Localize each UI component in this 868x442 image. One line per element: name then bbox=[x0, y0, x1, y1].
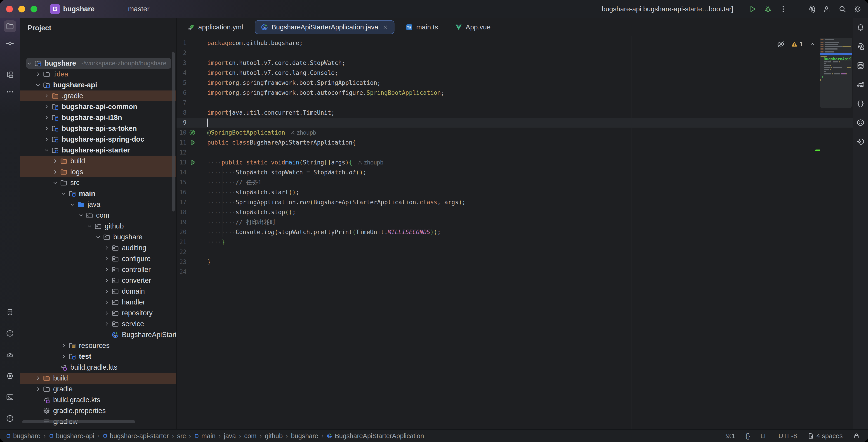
collapse-chevron-icon[interactable] bbox=[52, 179, 59, 186]
tree-row-.gradle[interactable]: .gradle bbox=[20, 90, 176, 101]
code-line-9[interactable]: 9 bbox=[177, 118, 852, 127]
device-button[interactable] bbox=[4, 328, 16, 339]
collapse-chevron-icon[interactable] bbox=[78, 212, 84, 219]
close-window-button[interactable] bbox=[6, 6, 13, 12]
breadcrumb-item-BugshareApiStarterApplication[interactable]: BugshareApiStarterApplication bbox=[327, 432, 424, 440]
gradle-tool-button[interactable] bbox=[856, 80, 865, 90]
terminal-tool-button[interactable] bbox=[4, 391, 16, 403]
expand-chevron-icon[interactable] bbox=[43, 136, 50, 143]
run-button[interactable] bbox=[748, 5, 757, 13]
run-gutter-icon[interactable] bbox=[189, 139, 196, 146]
breadcrumb-item-bugshare-api-starter[interactable]: bugshare-api-starter bbox=[103, 432, 169, 440]
expand-chevron-icon[interactable] bbox=[60, 353, 67, 360]
code-line-24[interactable]: 24 bbox=[177, 267, 852, 277]
tree-row-gradle.properties[interactable]: gradle.properties bbox=[20, 405, 176, 416]
ai-assistant-tool-button[interactable] bbox=[856, 42, 865, 52]
expand-chevron-icon[interactable] bbox=[103, 310, 110, 317]
project-tool-button[interactable] bbox=[4, 20, 16, 32]
spring-bean-gutter-icon[interactable] bbox=[189, 129, 196, 136]
tree-row-domain[interactable]: domain bbox=[20, 286, 176, 297]
commit-tool-button[interactable] bbox=[4, 37, 16, 49]
ai-assistant-button[interactable] bbox=[807, 5, 816, 13]
code-line-22[interactable]: 22 bbox=[177, 247, 852, 257]
tree-row-handler[interactable]: handler bbox=[20, 297, 176, 307]
code-line-13[interactable]: 13····public static void main(String[] a… bbox=[177, 157, 852, 167]
code-line-11[interactable]: 11public class BugshareApiStarterApplica… bbox=[177, 138, 852, 147]
expand-chevron-icon[interactable] bbox=[103, 277, 110, 284]
code-line-12[interactable]: 12 bbox=[177, 147, 852, 157]
tree-row-java[interactable]: java bbox=[20, 199, 176, 210]
tree-row-service[interactable]: service bbox=[20, 319, 176, 329]
run-dashboard-tool-button[interactable] bbox=[856, 137, 865, 147]
expand-chevron-icon[interactable] bbox=[52, 158, 59, 165]
author-inlay-hint[interactable]: zhoupb bbox=[358, 159, 383, 166]
settings-button[interactable] bbox=[854, 5, 862, 13]
tree-row-.idea[interactable]: .idea bbox=[20, 69, 176, 80]
debug-button[interactable] bbox=[764, 5, 772, 13]
tree-row-build[interactable]: build bbox=[20, 373, 176, 384]
code-line-14[interactable]: 14········StopWatch stopWatch = StopWatc… bbox=[177, 167, 852, 177]
tree-row-com[interactable]: com bbox=[20, 210, 176, 221]
bookmarks-tool-button[interactable] bbox=[4, 306, 16, 318]
tree-row-bugshare-api-sa-token[interactable]: bugshare-api-sa-token bbox=[20, 123, 176, 134]
run-configuration-selector[interactable]: bugshare-api:bugshare-api-starte…bootJar… bbox=[590, 5, 742, 13]
run-gutter-icon[interactable] bbox=[189, 159, 196, 166]
code-line-21[interactable]: 21····} bbox=[177, 237, 852, 247]
code-line-1[interactable]: 1package com.github.bugshare; bbox=[177, 38, 852, 48]
collapse-chevron-icon[interactable] bbox=[60, 190, 67, 197]
code-editor[interactable]: 1package com.github.bugshare;23import cn… bbox=[177, 36, 852, 430]
collapse-chevron-icon[interactable] bbox=[69, 201, 76, 208]
profiler-tool-button[interactable] bbox=[4, 349, 16, 360]
project-vertical-scrollbar[interactable] bbox=[172, 52, 175, 211]
code-line-20[interactable]: 20········Console.log(stopWatch.prettyPr… bbox=[177, 227, 852, 237]
tree-row-build.gradle.kts[interactable]: build.gradle.kts bbox=[20, 394, 176, 405]
project-horizontal-scrollbar[interactable] bbox=[22, 420, 135, 423]
indent[interactable]: 4 spaces bbox=[807, 432, 843, 440]
expand-chevron-icon[interactable] bbox=[35, 375, 41, 382]
expand-chevron-icon[interactable] bbox=[103, 244, 110, 251]
code-line-10[interactable]: 10@SpringBootApplicationzhoupb bbox=[177, 127, 852, 138]
expand-chevron-icon[interactable] bbox=[43, 125, 50, 132]
tree-row-main[interactable]: main bbox=[20, 188, 176, 199]
tree-row-repository[interactable]: repository bbox=[20, 307, 176, 319]
tab-application.yml[interactable]: application.yml bbox=[182, 20, 249, 34]
minimize-window-button[interactable] bbox=[18, 6, 25, 12]
notifications-button[interactable] bbox=[856, 23, 865, 33]
collapse-chevron-icon[interactable] bbox=[95, 234, 101, 240]
author-inlay-hint[interactable]: zhoupb bbox=[290, 129, 316, 136]
tree-row-bugshare-api-common[interactable]: bugshare-api-common bbox=[20, 101, 176, 112]
branch-selector[interactable]: master bbox=[118, 5, 158, 13]
breadcrumb-item-github[interactable]: github bbox=[265, 432, 283, 440]
breadcrumb-item-src[interactable]: src bbox=[177, 432, 186, 440]
tree-row-bugshare-api-i18n[interactable]: bugshare-api-i18n bbox=[20, 112, 176, 123]
tree-row-auditing[interactable]: auditing bbox=[20, 242, 176, 253]
highlighting-off-eye-icon[interactable] bbox=[776, 40, 785, 49]
maximize-window-button[interactable] bbox=[31, 6, 37, 12]
tree-row-logs[interactable]: logs bbox=[20, 167, 176, 177]
code-line-18[interactable]: 18········stopWatch.stop(); bbox=[177, 207, 852, 217]
project-panel-header[interactable]: Project bbox=[20, 18, 176, 38]
tree-row-src[interactable]: src bbox=[20, 177, 176, 188]
breadcrumb-item-main[interactable]: main bbox=[194, 432, 216, 440]
tab-BugshareApiStarterApplication.java[interactable]: BugshareApiStarterApplication.java bbox=[255, 20, 395, 34]
device-tool-button[interactable] bbox=[856, 118, 865, 128]
expand-chevron-icon[interactable] bbox=[43, 92, 50, 99]
more-tools-button[interactable] bbox=[4, 86, 16, 98]
tree-row-controller[interactable]: controller bbox=[20, 264, 176, 275]
encoding[interactable]: UTF-8 bbox=[778, 432, 797, 440]
search-everywhere-button[interactable] bbox=[838, 5, 847, 13]
collapse-chevron-icon[interactable] bbox=[43, 147, 50, 154]
expand-chevron-icon[interactable] bbox=[35, 71, 41, 78]
collapse-chevron-icon[interactable] bbox=[86, 223, 93, 230]
collapse-chevron-icon[interactable] bbox=[26, 60, 33, 67]
code-line-17[interactable]: 17········SpringApplication.run(Bugshare… bbox=[177, 197, 852, 207]
tree-row-bugshare[interactable]: bugshare~/workspace-zhoupb/bugshare bbox=[20, 58, 176, 69]
tab-App.vue[interactable]: App.vue bbox=[449, 20, 496, 34]
code-line-16[interactable]: 16········stopWatch.start(); bbox=[177, 187, 852, 197]
expand-chevron-icon[interactable] bbox=[52, 169, 59, 175]
expand-chevron-icon[interactable] bbox=[43, 114, 50, 121]
code-line-7[interactable]: 7 bbox=[177, 98, 852, 108]
tree-row-bugshare[interactable]: bugshare bbox=[20, 232, 176, 242]
tree-row-converter[interactable]: converter bbox=[20, 275, 176, 286]
code-line-5[interactable]: 5import org.springframework.boot.SpringA… bbox=[177, 78, 852, 88]
